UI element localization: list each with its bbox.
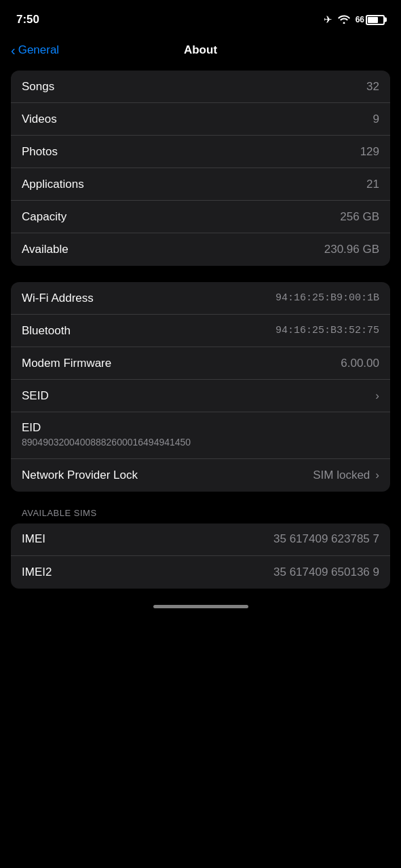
wifi-address-label: Wi-Fi Address [22, 292, 94, 305]
airplane-icon: ✈ [324, 14, 332, 26]
photos-row: Photos 129 [11, 136, 390, 168]
applications-row: Applications 21 [11, 168, 390, 201]
nav-header: ‹ General About [0, 35, 401, 71]
status-bar: 7:50 ✈ 66 [0, 0, 401, 35]
photos-value: 129 [360, 145, 379, 159]
network-provider-lock-value: SIM locked [313, 469, 370, 482]
eid-label: EID [22, 421, 41, 435]
seid-label: SEID [22, 389, 49, 403]
capacity-label: Capacity [22, 210, 66, 224]
capacity-value: 256 GB [340, 210, 379, 224]
wifi-address-value: 94:16:25:B9:00:1B [275, 292, 379, 304]
back-chevron-icon: ‹ [11, 43, 16, 57]
seid-row[interactable]: SEID › [11, 380, 390, 412]
eid-row: EID 89049032004008882600016494941450 [11, 412, 390, 459]
videos-row: Videos 9 [11, 103, 390, 136]
videos-label: Videos [22, 113, 57, 126]
modem-firmware-label: Modem Firmware [22, 357, 111, 370]
applications-label: Applications [22, 178, 84, 191]
songs-label: Songs [22, 80, 54, 94]
songs-row: Songs 32 [11, 71, 390, 103]
available-row: Available 230.96 GB [11, 233, 390, 266]
network-provider-lock-right: SIM locked › [313, 469, 379, 482]
network-info-section: Wi-Fi Address 94:16:25:B9:00:1B Bluetoot… [11, 282, 390, 492]
available-value: 230.96 GB [324, 243, 379, 256]
wifi-icon [338, 14, 350, 26]
capacity-row: Capacity 256 GB [11, 201, 390, 233]
applications-value: 21 [366, 178, 379, 191]
network-provider-lock-label: Network Provider Lock [22, 469, 138, 482]
battery-indicator: 66 [356, 15, 385, 25]
battery-box [366, 15, 385, 25]
imei2-label: IMEI2 [22, 566, 52, 579]
imei-value: 35 617409 623785 7 [273, 532, 379, 546]
modem-firmware-value: 6.00.00 [341, 357, 379, 370]
photos-label: Photos [22, 145, 58, 159]
seid-right: › [370, 389, 379, 403]
back-label: General [18, 43, 59, 57]
home-indicator [153, 605, 248, 608]
songs-value: 32 [366, 80, 379, 94]
status-icons: ✈ 66 [324, 14, 385, 26]
content-area: Songs 32 Videos 9 Photos 129 Application… [0, 71, 401, 589]
network-provider-lock-chevron-icon: › [375, 469, 379, 482]
status-time: 7:50 [16, 13, 39, 26]
wifi-address-row: Wi-Fi Address 94:16:25:B9:00:1B [11, 282, 390, 315]
page-title: About [184, 43, 217, 57]
available-label: Available [22, 243, 69, 256]
eid-value: 89049032004008882600016494941450 [22, 436, 191, 450]
available-sims-section: IMEI 35 617409 623785 7 IMEI2 35 617409 … [11, 524, 390, 589]
modem-firmware-row: Modem Firmware 6.00.00 [11, 347, 390, 380]
back-button[interactable]: ‹ General [11, 43, 59, 57]
battery-percentage: 66 [356, 15, 364, 24]
device-stats-section: Songs 32 Videos 9 Photos 129 Application… [11, 71, 390, 266]
seid-chevron-icon: › [375, 389, 379, 403]
videos-value: 9 [373, 113, 379, 126]
imei2-row: IMEI2 35 617409 650136 9 [11, 556, 390, 589]
bluetooth-value: 94:16:25:B3:52:75 [275, 325, 379, 336]
available-sims-header: AVAILABLE SIMS [11, 508, 390, 524]
bluetooth-row: Bluetooth 94:16:25:B3:52:75 [11, 315, 390, 347]
imei-row: IMEI 35 617409 623785 7 [11, 524, 390, 556]
network-provider-lock-row[interactable]: Network Provider Lock SIM locked › [11, 459, 390, 492]
imei-label: IMEI [22, 532, 45, 546]
bluetooth-label: Bluetooth [22, 324, 71, 338]
imei2-value: 35 617409 650136 9 [273, 566, 379, 579]
battery-fill [368, 17, 378, 23]
